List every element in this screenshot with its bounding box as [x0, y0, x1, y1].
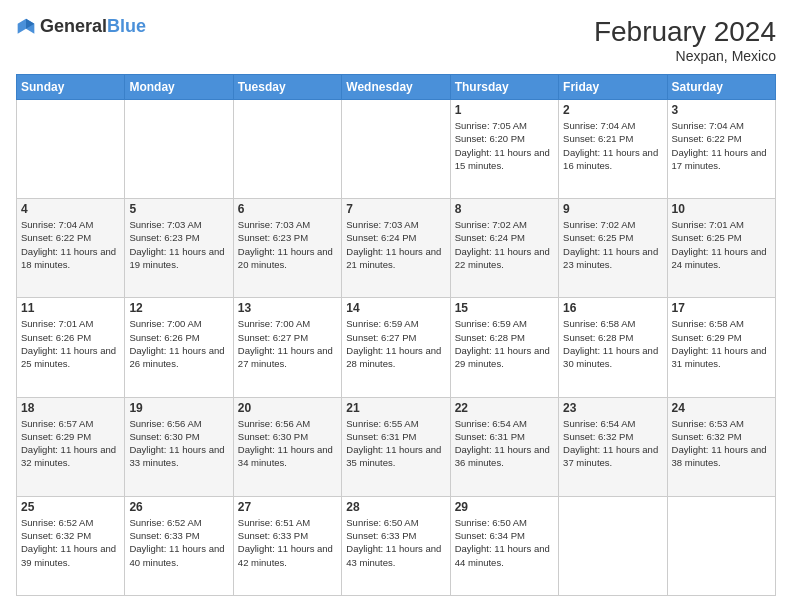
day-info: Sunrise: 6:52 AMSunset: 6:33 PMDaylight:… — [129, 516, 228, 569]
day-info: Sunrise: 6:52 AMSunset: 6:32 PMDaylight:… — [21, 516, 120, 569]
calendar-cell-2-1: 12Sunrise: 7:00 AMSunset: 6:26 PMDayligh… — [125, 298, 233, 397]
day-info: Sunrise: 7:02 AMSunset: 6:24 PMDaylight:… — [455, 218, 554, 271]
day-number: 3 — [672, 103, 771, 117]
calendar-cell-0-2 — [233, 100, 341, 199]
day-number: 16 — [563, 301, 662, 315]
calendar-cell-2-4: 15Sunrise: 6:59 AMSunset: 6:28 PMDayligh… — [450, 298, 558, 397]
day-number: 4 — [21, 202, 120, 216]
day-number: 5 — [129, 202, 228, 216]
day-info: Sunrise: 6:59 AMSunset: 6:27 PMDaylight:… — [346, 317, 445, 370]
calendar-cell-1-1: 5Sunrise: 7:03 AMSunset: 6:23 PMDaylight… — [125, 199, 233, 298]
calendar-cell-2-5: 16Sunrise: 6:58 AMSunset: 6:28 PMDayligh… — [559, 298, 667, 397]
day-info: Sunrise: 6:54 AMSunset: 6:31 PMDaylight:… — [455, 417, 554, 470]
day-number: 2 — [563, 103, 662, 117]
calendar-cell-4-3: 28Sunrise: 6:50 AMSunset: 6:33 PMDayligh… — [342, 496, 450, 595]
day-info: Sunrise: 7:03 AMSunset: 6:24 PMDaylight:… — [346, 218, 445, 271]
day-info: Sunrise: 7:04 AMSunset: 6:22 PMDaylight:… — [672, 119, 771, 172]
day-number: 13 — [238, 301, 337, 315]
week-row-2: 4Sunrise: 7:04 AMSunset: 6:22 PMDaylight… — [17, 199, 776, 298]
calendar-cell-1-2: 6Sunrise: 7:03 AMSunset: 6:23 PMDaylight… — [233, 199, 341, 298]
logo: GeneralBlue — [16, 16, 146, 37]
calendar-cell-4-4: 29Sunrise: 6:50 AMSunset: 6:34 PMDayligh… — [450, 496, 558, 595]
day-number: 14 — [346, 301, 445, 315]
day-number: 25 — [21, 500, 120, 514]
day-info: Sunrise: 6:55 AMSunset: 6:31 PMDaylight:… — [346, 417, 445, 470]
calendar-cell-0-0 — [17, 100, 125, 199]
day-number: 9 — [563, 202, 662, 216]
col-friday: Friday — [559, 75, 667, 100]
day-info: Sunrise: 6:50 AMSunset: 6:34 PMDaylight:… — [455, 516, 554, 569]
calendar-cell-1-6: 10Sunrise: 7:01 AMSunset: 6:25 PMDayligh… — [667, 199, 775, 298]
calendar-cell-2-2: 13Sunrise: 7:00 AMSunset: 6:27 PMDayligh… — [233, 298, 341, 397]
calendar-cell-0-6: 3Sunrise: 7:04 AMSunset: 6:22 PMDaylight… — [667, 100, 775, 199]
day-info: Sunrise: 6:50 AMSunset: 6:33 PMDaylight:… — [346, 516, 445, 569]
calendar-cell-3-4: 22Sunrise: 6:54 AMSunset: 6:31 PMDayligh… — [450, 397, 558, 496]
day-number: 23 — [563, 401, 662, 415]
logo-general: General — [40, 16, 107, 36]
day-number: 19 — [129, 401, 228, 415]
calendar-table: Sunday Monday Tuesday Wednesday Thursday… — [16, 74, 776, 596]
calendar-cell-4-6 — [667, 496, 775, 595]
week-row-3: 11Sunrise: 7:01 AMSunset: 6:26 PMDayligh… — [17, 298, 776, 397]
calendar-cell-4-0: 25Sunrise: 6:52 AMSunset: 6:32 PMDayligh… — [17, 496, 125, 595]
calendar-cell-3-2: 20Sunrise: 6:56 AMSunset: 6:30 PMDayligh… — [233, 397, 341, 496]
day-number: 17 — [672, 301, 771, 315]
month-year: February 2024 — [594, 16, 776, 48]
day-info: Sunrise: 6:56 AMSunset: 6:30 PMDaylight:… — [238, 417, 337, 470]
calendar-cell-3-5: 23Sunrise: 6:54 AMSunset: 6:32 PMDayligh… — [559, 397, 667, 496]
calendar-cell-3-0: 18Sunrise: 6:57 AMSunset: 6:29 PMDayligh… — [17, 397, 125, 496]
day-number: 6 — [238, 202, 337, 216]
col-monday: Monday — [125, 75, 233, 100]
day-number: 29 — [455, 500, 554, 514]
week-row-4: 18Sunrise: 6:57 AMSunset: 6:29 PMDayligh… — [17, 397, 776, 496]
day-number: 12 — [129, 301, 228, 315]
day-number: 28 — [346, 500, 445, 514]
day-number: 7 — [346, 202, 445, 216]
day-info: Sunrise: 6:56 AMSunset: 6:30 PMDaylight:… — [129, 417, 228, 470]
day-info: Sunrise: 6:59 AMSunset: 6:28 PMDaylight:… — [455, 317, 554, 370]
calendar-cell-3-1: 19Sunrise: 6:56 AMSunset: 6:30 PMDayligh… — [125, 397, 233, 496]
day-info: Sunrise: 7:00 AMSunset: 6:26 PMDaylight:… — [129, 317, 228, 370]
calendar-cell-3-6: 24Sunrise: 6:53 AMSunset: 6:32 PMDayligh… — [667, 397, 775, 496]
header: GeneralBlue February 2024 Nexpan, Mexico — [16, 16, 776, 64]
col-sunday: Sunday — [17, 75, 125, 100]
col-thursday: Thursday — [450, 75, 558, 100]
day-number: 11 — [21, 301, 120, 315]
calendar-cell-1-3: 7Sunrise: 7:03 AMSunset: 6:24 PMDaylight… — [342, 199, 450, 298]
calendar-cell-0-1 — [125, 100, 233, 199]
calendar-cell-2-0: 11Sunrise: 7:01 AMSunset: 6:26 PMDayligh… — [17, 298, 125, 397]
day-info: Sunrise: 7:04 AMSunset: 6:21 PMDaylight:… — [563, 119, 662, 172]
day-info: Sunrise: 7:03 AMSunset: 6:23 PMDaylight:… — [129, 218, 228, 271]
calendar-cell-4-1: 26Sunrise: 6:52 AMSunset: 6:33 PMDayligh… — [125, 496, 233, 595]
day-info: Sunrise: 7:04 AMSunset: 6:22 PMDaylight:… — [21, 218, 120, 271]
col-wednesday: Wednesday — [342, 75, 450, 100]
day-info: Sunrise: 7:02 AMSunset: 6:25 PMDaylight:… — [563, 218, 662, 271]
week-row-5: 25Sunrise: 6:52 AMSunset: 6:32 PMDayligh… — [17, 496, 776, 595]
logo-text: GeneralBlue — [40, 16, 146, 37]
calendar-cell-0-5: 2Sunrise: 7:04 AMSunset: 6:21 PMDaylight… — [559, 100, 667, 199]
calendar-cell-2-6: 17Sunrise: 6:58 AMSunset: 6:29 PMDayligh… — [667, 298, 775, 397]
day-info: Sunrise: 7:03 AMSunset: 6:23 PMDaylight:… — [238, 218, 337, 271]
day-info: Sunrise: 6:58 AMSunset: 6:28 PMDaylight:… — [563, 317, 662, 370]
day-number: 20 — [238, 401, 337, 415]
day-number: 26 — [129, 500, 228, 514]
day-info: Sunrise: 7:05 AMSunset: 6:20 PMDaylight:… — [455, 119, 554, 172]
day-number: 8 — [455, 202, 554, 216]
day-number: 21 — [346, 401, 445, 415]
calendar-cell-1-4: 8Sunrise: 7:02 AMSunset: 6:24 PMDaylight… — [450, 199, 558, 298]
day-info: Sunrise: 6:54 AMSunset: 6:32 PMDaylight:… — [563, 417, 662, 470]
day-info: Sunrise: 7:01 AMSunset: 6:25 PMDaylight:… — [672, 218, 771, 271]
day-number: 22 — [455, 401, 554, 415]
calendar-cell-2-3: 14Sunrise: 6:59 AMSunset: 6:27 PMDayligh… — [342, 298, 450, 397]
logo-blue: Blue — [107, 16, 146, 36]
week-row-1: 1Sunrise: 7:05 AMSunset: 6:20 PMDaylight… — [17, 100, 776, 199]
title-section: February 2024 Nexpan, Mexico — [594, 16, 776, 64]
location: Nexpan, Mexico — [594, 48, 776, 64]
day-info: Sunrise: 7:00 AMSunset: 6:27 PMDaylight:… — [238, 317, 337, 370]
col-tuesday: Tuesday — [233, 75, 341, 100]
calendar-header-row: Sunday Monday Tuesday Wednesday Thursday… — [17, 75, 776, 100]
calendar-cell-4-5 — [559, 496, 667, 595]
calendar-cell-1-5: 9Sunrise: 7:02 AMSunset: 6:25 PMDaylight… — [559, 199, 667, 298]
calendar-cell-3-3: 21Sunrise: 6:55 AMSunset: 6:31 PMDayligh… — [342, 397, 450, 496]
calendar-cell-1-0: 4Sunrise: 7:04 AMSunset: 6:22 PMDaylight… — [17, 199, 125, 298]
